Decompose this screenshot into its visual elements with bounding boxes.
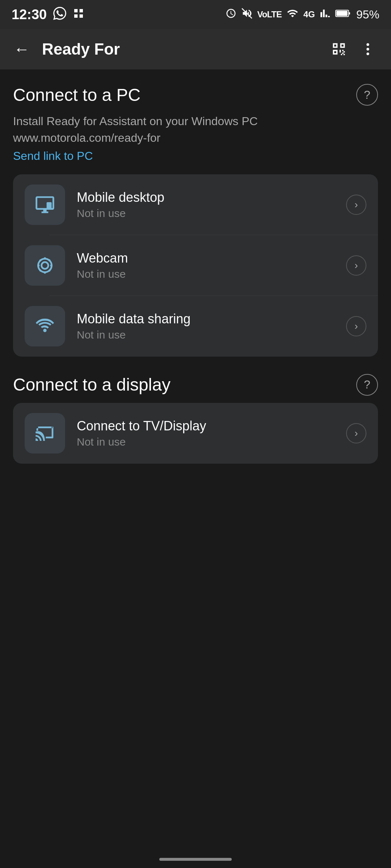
whatsapp-icon: [53, 7, 66, 22]
webcam-subtitle: Not in use: [77, 268, 346, 280]
home-indicator: [159, 858, 232, 861]
svg-point-9: [42, 262, 49, 269]
connect-display-title: Connect to a display: [13, 375, 171, 395]
app-bar: ← Ready For: [0, 29, 391, 69]
cast-icon: [35, 423, 55, 443]
svg-rect-3: [336, 11, 348, 16]
hotspot-icon: [35, 316, 55, 336]
connect-pc-help-button[interactable]: ?: [356, 84, 378, 106]
webcam-title: Webcam: [77, 251, 346, 266]
back-arrow-icon: ←: [14, 40, 30, 58]
connect-display-help-button[interactable]: ?: [356, 374, 378, 396]
mobile-desktop-text: Mobile desktop Not in use: [77, 190, 346, 220]
status-right: VoLTE 4G 95%: [226, 8, 380, 22]
signal-bars-icon: [320, 8, 330, 21]
webcam-item[interactable]: Webcam Not in use ›: [13, 235, 378, 296]
wifi-icon: [287, 8, 298, 22]
connect-pc-cards: Mobile desktop Not in use › Webca: [13, 174, 378, 357]
mobile-data-sharing-item[interactable]: Mobile data sharing Not in use ›: [13, 296, 378, 357]
mobile-desktop-icon-wrapper: [25, 184, 65, 225]
battery-percentage: 95%: [356, 8, 379, 21]
grid-icon: [73, 8, 84, 22]
page-title: Ready For: [42, 40, 317, 58]
connect-pc-header: Connect to a PC ?: [13, 84, 378, 106]
mobile-desktop-subtitle: Not in use: [77, 207, 346, 220]
back-button[interactable]: ←: [10, 38, 33, 61]
chevron-right-icon: ›: [354, 199, 358, 210]
more-options-button[interactable]: [355, 36, 381, 62]
main-content: Connect to a PC ? Install Ready for Assi…: [0, 69, 391, 495]
mobile-data-sharing-text: Mobile data sharing Not in use: [77, 311, 346, 341]
connect-tv-subtitle: Not in use: [77, 436, 346, 448]
status-time: 12:30: [12, 7, 47, 22]
mobile-desktop-item[interactable]: Mobile desktop Not in use ›: [13, 174, 378, 235]
mobile-data-sharing-icon-wrapper: [25, 306, 65, 346]
webcam-text: Webcam Not in use: [77, 251, 346, 280]
webcam-icon-wrapper: [25, 245, 65, 286]
chevron-right-icon: ›: [354, 320, 358, 332]
connect-pc-section: Connect to a PC ? Install Ready for Assi…: [13, 84, 378, 357]
connect-tv-chevron: ›: [346, 423, 366, 443]
connect-display-header: Connect to a display ?: [13, 374, 378, 396]
connect-tv-item[interactable]: Connect to TV/Display Not in use ›: [13, 403, 378, 464]
muted-icon: [241, 8, 252, 21]
qr-code-icon: [331, 41, 347, 57]
more-vertical-icon: [360, 41, 376, 57]
help-circle-icon: ?: [364, 378, 370, 391]
mobile-data-sharing-title: Mobile data sharing: [77, 311, 346, 327]
help-circle-icon: ?: [364, 88, 370, 102]
alarm-icon: [226, 8, 236, 21]
connect-tv-text: Connect to TV/Display Not in use: [77, 418, 346, 448]
status-bar: 12:30 VoLTE: [0, 0, 391, 29]
mobile-desktop-title: Mobile desktop: [77, 190, 346, 205]
svg-rect-2: [349, 12, 350, 14]
svg-point-6: [366, 52, 369, 55]
battery-icon: [335, 8, 351, 21]
webcam-icon: [35, 255, 55, 276]
connect-display-section: Connect to a display ? Connect to TV/Dis…: [13, 374, 378, 464]
connect-pc-title: Connect to a PC: [13, 85, 140, 105]
connect-pc-description: Install Ready for Assistant on your Wind…: [13, 113, 378, 146]
chevron-right-icon: ›: [354, 260, 358, 271]
status-left: 12:30: [12, 7, 84, 22]
app-bar-actions: [326, 36, 381, 62]
mobile-desktop-icon: [35, 195, 55, 215]
svg-point-4: [366, 43, 369, 46]
connect-tv-title: Connect to TV/Display: [77, 418, 346, 434]
signal-4g-icon: 4G: [303, 9, 315, 20]
send-link-button[interactable]: Send link to PC: [13, 149, 93, 163]
mobile-data-sharing-subtitle: Not in use: [77, 329, 346, 341]
connect-display-cards: Connect to TV/Display Not in use ›: [13, 403, 378, 464]
svg-rect-7: [47, 202, 52, 209]
connect-tv-icon-wrapper: [25, 413, 65, 454]
svg-point-5: [366, 48, 369, 50]
mobile-desktop-chevron: ›: [346, 195, 366, 215]
mobile-data-sharing-chevron: ›: [346, 316, 366, 336]
qr-scan-button[interactable]: [326, 36, 352, 62]
volte-icon: VoLTE: [257, 9, 282, 20]
chevron-right-icon: ›: [354, 427, 358, 439]
webcam-chevron: ›: [346, 255, 366, 276]
